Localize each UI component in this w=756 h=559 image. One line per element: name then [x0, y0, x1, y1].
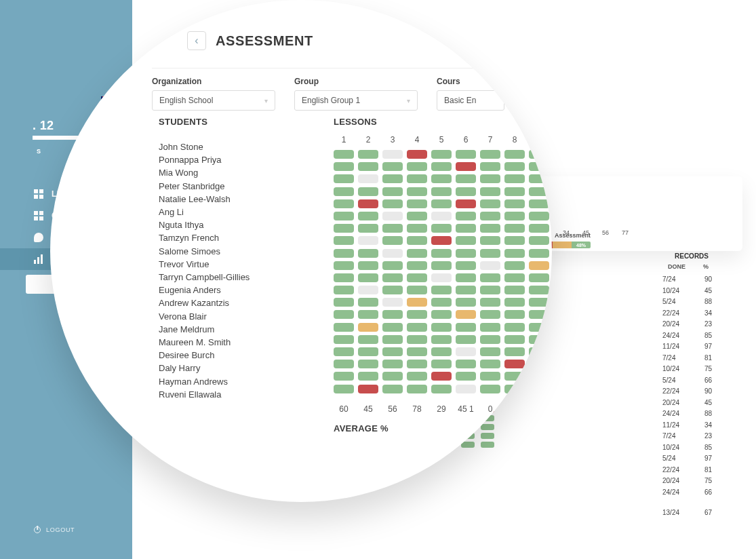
record-pct: 85: [704, 330, 721, 342]
grid-cell: [431, 199, 452, 208]
filter-group[interactable]: English Group 1 ▾: [294, 90, 418, 111]
grid-cell: [529, 261, 549, 270]
record-done: 10/24: [662, 286, 690, 297]
record-done: 24/24: [662, 487, 690, 499]
record-row: 22/2481: [662, 465, 721, 476]
grid-cell: [431, 212, 452, 220]
grid-cell: [504, 360, 525, 368]
grid-row: [334, 212, 549, 220]
student-name: Desiree Burch: [159, 349, 281, 362]
record-pct: 90: [704, 274, 721, 286]
grid-cell: [431, 150, 452, 159]
grid-cell: [334, 224, 354, 233]
records-list: 7/249010/24455/248822/243420/242324/2485…: [662, 274, 721, 519]
student-name: Andrew Kazantzis: [159, 296, 281, 309]
record-row: 11/2497: [662, 341, 721, 353]
grid-cell: [529, 224, 549, 233]
grid-cell: [431, 372, 452, 381]
grid-cell: [456, 347, 476, 356]
grid-cell: [480, 298, 500, 307]
grid-cell: [504, 261, 525, 270]
grid-cell: [358, 347, 378, 356]
grid-cell: [456, 335, 476, 344]
grid-cell: [456, 199, 476, 208]
grid-cell: [407, 236, 427, 245]
grid-cell: [456, 273, 476, 282]
student-name: Natalie Lee-Walsh: [159, 193, 281, 206]
grid-cell: [504, 298, 525, 307]
record-pct: 90: [704, 386, 721, 398]
avg-value: 78: [407, 404, 427, 414]
record-done: 10/24: [662, 364, 690, 375]
record-done: 11/24: [662, 420, 690, 431]
record-done: 24/24: [662, 330, 690, 342]
grid-cell: [382, 249, 403, 258]
lesson-num: 5: [431, 135, 452, 144]
grid-cell: [529, 150, 549, 159]
record-done: 5/24: [662, 296, 690, 308]
back-button[interactable]: ‹: [187, 31, 206, 50]
grid-row: [334, 335, 549, 344]
grid-cell: [456, 385, 476, 393]
grid-row: [334, 174, 549, 183]
record-pct: 88: [704, 408, 721, 420]
grid-cell: [504, 372, 525, 381]
record-row: 22/2434: [662, 308, 721, 320]
student-name: Ang Li: [159, 206, 281, 218]
grid-cell: [480, 273, 500, 282]
grid-cell: [431, 286, 452, 294]
grid-cell: [481, 433, 494, 439]
student-name: Tarryn Campbell-Gillies: [159, 271, 281, 284]
grid-cell: [407, 249, 427, 258]
filter-group-label: Group: [294, 77, 418, 86]
grid-cell: [456, 323, 476, 332]
student-name: Daly Harry: [159, 362, 281, 374]
record-pct: 75: [704, 364, 721, 375]
grid-cell: [358, 150, 378, 159]
record-pct: 81: [704, 353, 721, 364]
filter-organization[interactable]: English School ▾: [152, 90, 275, 111]
grid-cell: [358, 236, 378, 245]
lessons-column: LESSONS 123456789 604556782945 1034 AVER…: [334, 117, 549, 433]
avg-value: 45 1: [456, 404, 476, 414]
grid-cell: [382, 162, 403, 171]
grid-row: [334, 236, 549, 245]
grid-row: [334, 323, 549, 332]
chat-icon: [34, 233, 43, 242]
avg-value: 77: [618, 229, 632, 236]
student-name: Tamzyn French: [159, 231, 281, 244]
grid-cell: [480, 347, 500, 356]
filter-course[interactable]: Basic En: [437, 90, 504, 111]
record-done: 20/24: [662, 476, 690, 487]
grid-cell: [407, 212, 427, 220]
grid-cell: [334, 347, 354, 356]
record-done: 7/24: [662, 431, 690, 442]
grid-cell: [431, 335, 452, 344]
record-row: 7/2481: [662, 353, 721, 364]
grid-cell: [504, 162, 525, 171]
grid-cell: [358, 249, 378, 258]
grid-cell: [529, 298, 549, 307]
record-pct: 97: [704, 341, 721, 353]
grid-cell: [504, 224, 525, 233]
grid-cell: [407, 286, 427, 294]
record-done: 20/24: [662, 319, 690, 330]
student-name: Ponnappa Priya: [159, 153, 281, 166]
grid-cell: [456, 187, 476, 196]
record-row: 5/2497: [662, 453, 721, 465]
grid-cell: [504, 310, 525, 319]
grid-cell: [456, 310, 476, 319]
grid-cell: [382, 212, 403, 220]
record-done: 22/24: [662, 386, 690, 398]
grid-cell: [334, 335, 354, 344]
average-numbers: 604556782945 1034: [334, 404, 549, 414]
level-display: . 12: [33, 119, 54, 133]
record-pct: 45: [704, 398, 721, 409]
logout-button[interactable]: LOGOUT: [34, 526, 75, 533]
grid-cell: [504, 150, 525, 159]
student-name: Ruveni Ellawala: [159, 388, 281, 401]
avg-value: 29: [431, 404, 452, 414]
grid-cell: [334, 360, 354, 368]
grid-cell: [407, 347, 427, 356]
grid-cell: [504, 385, 525, 393]
